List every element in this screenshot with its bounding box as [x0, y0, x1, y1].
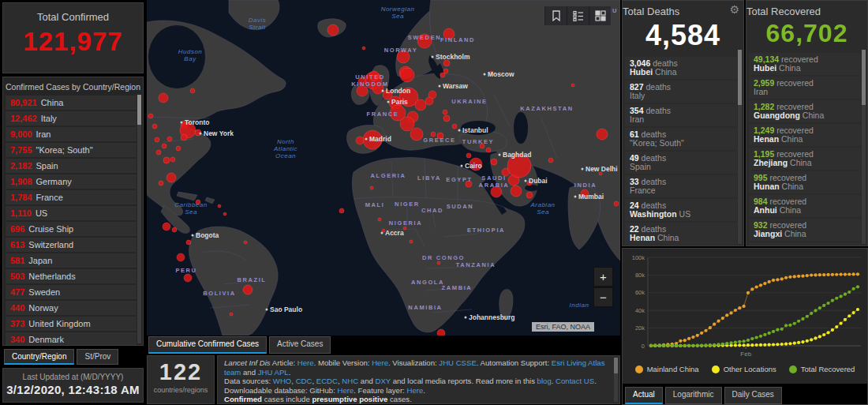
data-point[interactable]	[826, 331, 829, 334]
case-bubble[interactable]	[159, 181, 163, 186]
deaths-row[interactable]: 49 deathsSpain	[625, 152, 737, 174]
data-point[interactable]	[696, 344, 699, 347]
case-bubble[interactable]	[437, 329, 445, 336]
data-point[interactable]	[806, 315, 809, 318]
data-point[interactable]	[844, 272, 847, 276]
legend-item[interactable]: Other Locations	[712, 365, 776, 373]
country-row[interactable]: 7,755"Korea; South"	[6, 143, 137, 157]
case-bubble[interactable]	[159, 93, 168, 103]
data-point[interactable]	[729, 311, 732, 314]
data-point[interactable]	[734, 309, 737, 312]
case-bubble[interactable]	[167, 137, 172, 141]
case-bubble[interactable]	[155, 137, 159, 142]
case-bubble[interactable]	[466, 153, 471, 158]
country-row[interactable]: 696Cruise Ship	[6, 222, 137, 236]
data-point[interactable]	[768, 332, 771, 335]
data-point[interactable]	[793, 275, 796, 278]
data-point[interactable]	[784, 324, 788, 327]
data-point[interactable]	[763, 343, 766, 347]
recovered-row[interactable]: 1,282 recoveredGuangdong China	[749, 100, 861, 122]
data-point[interactable]	[856, 308, 859, 311]
country-row[interactable]: 340Denmark	[6, 332, 137, 345]
data-point[interactable]	[776, 343, 779, 346]
data-point[interactable]	[759, 343, 762, 347]
link[interactable]: Here	[337, 386, 354, 395]
data-point[interactable]	[772, 279, 775, 282]
data-point[interactable]	[687, 337, 690, 340]
data-point[interactable]	[713, 323, 716, 326]
data-point[interactable]	[671, 344, 674, 347]
case-bubble[interactable]	[339, 208, 344, 213]
link[interactable]: Here	[297, 358, 314, 367]
data-point[interactable]	[852, 272, 855, 276]
data-point[interactable]	[750, 287, 754, 291]
scrollbar-track[interactable]	[738, 50, 742, 244]
data-point[interactable]	[847, 291, 851, 294]
legend-item[interactable]: Total Recovered	[789, 365, 855, 373]
data-point[interactable]	[679, 339, 682, 343]
case-bubble[interactable]	[172, 227, 177, 232]
data-point[interactable]	[738, 343, 741, 347]
data-point[interactable]	[700, 343, 703, 347]
data-point[interactable]	[852, 287, 855, 291]
link[interactable]: DXY	[375, 377, 391, 385]
data-point[interactable]	[704, 343, 707, 347]
data-point[interactable]	[826, 273, 829, 276]
case-bubble[interactable]	[437, 261, 440, 264]
data-point[interactable]	[746, 339, 750, 342]
data-point[interactable]	[793, 322, 796, 325]
data-point[interactable]	[763, 282, 766, 285]
data-point[interactable]	[784, 343, 788, 346]
case-bubble[interactable]	[425, 97, 433, 105]
tab-actual[interactable]: Actual	[625, 387, 663, 404]
scrollbar-thumb[interactable]	[137, 95, 141, 125]
link[interactable]: CDC	[296, 377, 312, 385]
case-bubble[interactable]	[410, 240, 413, 243]
data-point[interactable]	[840, 321, 843, 324]
data-point[interactable]	[814, 336, 817, 339]
link[interactable]: ECDC	[316, 377, 338, 385]
data-point[interactable]	[755, 285, 758, 288]
link[interactable]: NHC	[342, 377, 358, 385]
link[interactable]: Here	[372, 358, 388, 367]
case-bubble[interactable]	[400, 117, 414, 131]
data-point[interactable]	[801, 275, 804, 278]
data-point[interactable]	[721, 317, 724, 320]
gear-icon[interactable]: ⚙	[729, 3, 739, 16]
link[interactable]: WHO	[273, 377, 291, 385]
case-bubble[interactable]	[152, 124, 157, 129]
data-point[interactable]	[679, 344, 682, 347]
tab-country-region[interactable]: Country/Region	[4, 349, 74, 365]
data-point[interactable]	[780, 328, 784, 331]
data-point[interactable]	[844, 293, 847, 296]
data-point[interactable]	[653, 344, 657, 347]
country-row[interactable]: 503Netherlands	[6, 269, 137, 283]
data-point[interactable]	[788, 324, 791, 327]
legend-item[interactable]: Mainland China	[635, 365, 699, 373]
data-point[interactable]	[801, 317, 804, 321]
data-point[interactable]	[797, 275, 800, 278]
data-point[interactable]	[691, 336, 694, 339]
data-point[interactable]	[750, 337, 754, 340]
data-point[interactable]	[746, 343, 750, 347]
map-svg[interactable]: RUNORWAYSWEDENFINLANDUKRAINEKAZAKHSTANTU…	[147, 0, 620, 336]
data-point[interactable]	[683, 339, 687, 342]
data-point[interactable]	[763, 333, 766, 336]
data-point[interactable]	[831, 273, 834, 276]
case-bubble[interactable]	[190, 88, 195, 93]
case-bubble[interactable]	[170, 157, 175, 162]
deaths-row[interactable]: 3,046 deathsHubei China	[625, 57, 737, 79]
data-point[interactable]	[806, 339, 809, 343]
case-bubble[interactable]	[181, 134, 187, 141]
country-row[interactable]: 373United Kingdom	[6, 317, 137, 331]
case-bubble[interactable]	[163, 223, 170, 231]
data-point[interactable]	[725, 313, 728, 317]
data-point[interactable]	[797, 341, 800, 344]
data-point[interactable]	[840, 294, 843, 298]
data-point[interactable]	[780, 343, 784, 346]
link[interactable]: JHU APL	[258, 368, 289, 377]
data-point[interactable]	[818, 306, 821, 309]
data-point[interactable]	[755, 336, 758, 339]
country-row[interactable]: 1,110US	[6, 206, 137, 220]
data-point[interactable]	[818, 273, 821, 276]
